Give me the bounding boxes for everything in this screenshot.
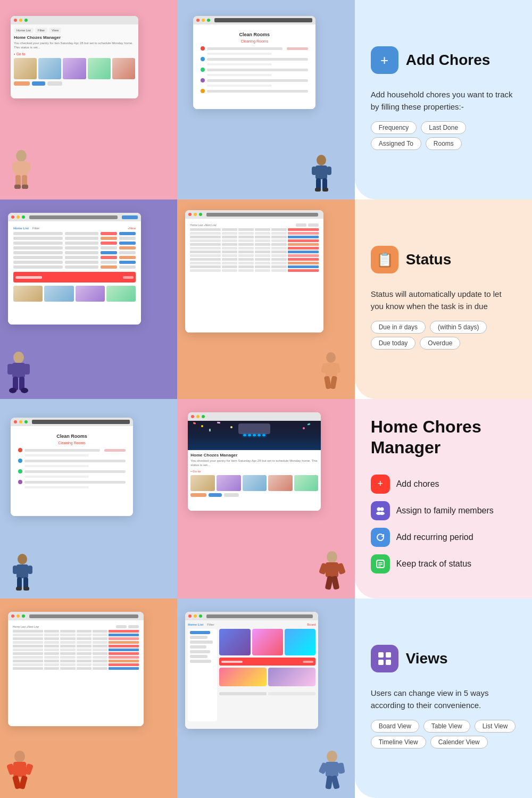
tag-board-view: Board View — [371, 720, 419, 733]
add-chores-icon: + — [371, 46, 398, 74]
views-tags2: Timeline View Calender View — [371, 736, 516, 749]
status-tags1: Due in # days (within 5 days) — [371, 321, 516, 334]
svg-rect-59 — [326, 762, 338, 777]
add-chores-desc: Add household chores you want to track b… — [371, 89, 516, 113]
svg-rect-50 — [378, 564, 383, 565]
tag-within5: (within 5 days) — [430, 321, 487, 334]
svg-point-47 — [379, 512, 385, 515]
svg-rect-2 — [12, 162, 18, 172]
feature-list: + Add chores Assign to family members — [371, 475, 516, 581]
svg-rect-37 — [23, 587, 29, 591]
svg-point-22 — [9, 388, 16, 393]
feature-label-status: Keep track of status — [396, 559, 471, 569]
svg-point-24 — [326, 352, 336, 363]
svg-point-58 — [327, 751, 337, 762]
status-tags2: Due today Overdue — [371, 337, 516, 350]
svg-rect-43 — [331, 576, 339, 590]
status-title: Status — [406, 251, 452, 269]
svg-rect-10 — [312, 167, 317, 175]
views-tags1: Board View Table View List View — [371, 720, 516, 733]
svg-rect-29 — [324, 376, 331, 389]
row3-col2: Home Chozes Manager You checked your pan… — [177, 399, 354, 598]
row4-col2: Home List Filter Board — [177, 598, 354, 798]
row2-col3: 📋 Status Status will automatically updat… — [355, 200, 532, 399]
feature-item-recurring: Add recurring period — [371, 528, 516, 547]
svg-rect-49 — [378, 562, 383, 563]
svg-point-0 — [16, 150, 27, 162]
home-chores-panel: Home Chores Manager + Add chores — [371, 420, 516, 577]
feature-label-recurring: Add recurring period — [396, 533, 473, 542]
main-grid: Home List Filter View Home Chozes Manage… — [0, 0, 532, 798]
svg-point-45 — [380, 507, 384, 511]
status-icon: 📋 — [371, 246, 398, 273]
svg-rect-17 — [12, 363, 25, 378]
row2-col2: Home Last «Next Low — [177, 200, 354, 399]
svg-rect-9 — [315, 165, 327, 179]
svg-rect-32 — [13, 566, 18, 574]
row1-col2: Clean Rooms Cleaning Rooms — [177, 0, 354, 200]
tag-assigned-to: Assigned To — [371, 137, 421, 150]
home-chores-title: Home Chores Manager — [371, 417, 516, 458]
svg-rect-65 — [386, 652, 391, 658]
svg-rect-67 — [386, 660, 391, 665]
add-chores-panel: + Add Chores Add household chores you wa… — [371, 21, 516, 178]
tag-last-done: Last Done — [421, 121, 466, 134]
svg-rect-66 — [378, 660, 384, 665]
svg-rect-64 — [378, 652, 384, 658]
svg-rect-11 — [327, 167, 331, 175]
svg-point-8 — [317, 155, 326, 165]
tag-due-days: Due in # days — [371, 321, 426, 334]
recurring-feat-icon — [371, 528, 390, 547]
feature-label-add-chores: Add chores — [396, 479, 439, 489]
svg-point-38 — [327, 551, 337, 563]
svg-rect-63 — [330, 775, 339, 789]
row4-col1: Home Last «Next Low — [0, 598, 177, 798]
feature-item-assign: Assign to family members — [371, 501, 516, 520]
status-desc: Status will automatically update to let … — [371, 288, 516, 312]
tag-timeline-view: Timeline View — [371, 736, 426, 749]
add-chores-tags: Frequency Last Done — [371, 121, 516, 134]
svg-rect-33 — [28, 566, 32, 574]
svg-rect-53 — [13, 762, 26, 777]
svg-point-44 — [377, 507, 380, 511]
tag-calender-view: Calender View — [430, 736, 488, 749]
svg-point-16 — [13, 352, 24, 363]
views-icon — [371, 645, 398, 672]
row3-col1: Clean Rooms Cleaning Rooms — [0, 399, 177, 598]
svg-rect-18 — [7, 364, 13, 375]
add-chores-feat-icon: + — [371, 475, 390, 494]
svg-rect-15 — [322, 188, 328, 192]
svg-point-52 — [14, 751, 25, 762]
feature-item-add-chores: + Add chores — [371, 475, 516, 494]
tag-due-today: Due today — [371, 337, 416, 350]
svg-rect-36 — [16, 587, 22, 591]
views-desc: Users can change view in 5 ways accordin… — [371, 687, 516, 711]
svg-rect-51 — [378, 566, 381, 567]
add-chores-title: Add Chores — [406, 51, 491, 69]
svg-rect-7 — [22, 185, 28, 189]
svg-point-30 — [18, 554, 27, 564]
tag-list-view: List View — [475, 720, 516, 733]
status-panel: 📋 Status Status will automatically updat… — [371, 221, 516, 378]
row3-col3: Home Chores Manager + Add chores — [355, 399, 532, 598]
row1-col3: + Add Chores Add household chores you wa… — [355, 0, 532, 200]
svg-rect-39 — [326, 562, 338, 577]
tag-overdue: Overdue — [420, 337, 460, 350]
views-panel: Views Users can change view in 5 ways ac… — [371, 620, 516, 777]
svg-rect-6 — [14, 185, 21, 189]
tag-frequency: Frequency — [371, 121, 417, 134]
feature-label-assign: Assign to family members — [396, 506, 494, 516]
add-chores-tags2: Assigned To Rooms — [371, 137, 516, 150]
svg-rect-3 — [25, 162, 30, 172]
svg-rect-31 — [16, 564, 28, 578]
views-title: Views — [406, 650, 448, 668]
svg-rect-57 — [19, 775, 28, 789]
tag-rooms: Rooms — [426, 137, 462, 150]
row4-col3: Views Users can change view in 5 ways ac… — [355, 598, 532, 798]
feature-item-status: Keep track of status — [371, 554, 516, 573]
status-feat-icon — [371, 554, 390, 573]
row2-col1: Home List Filter +New — [0, 200, 177, 399]
assign-feat-icon — [371, 501, 390, 520]
svg-rect-14 — [315, 188, 321, 192]
tag-table-view: Table View — [423, 720, 470, 733]
